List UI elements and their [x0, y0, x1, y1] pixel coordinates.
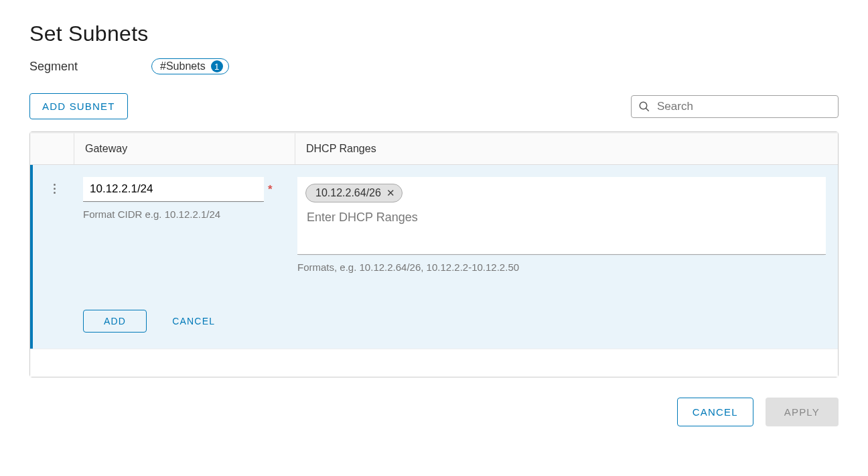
dhcp-ranges-field[interactable]: 10.12.2.64/26 ✕: [297, 177, 826, 255]
dhcp-ranges-input[interactable]: [305, 208, 818, 227]
gateway-input[interactable]: [83, 177, 264, 202]
segment-row: Segment #Subnets 1: [29, 58, 839, 74]
segment-label: Segment: [29, 60, 78, 74]
subnets-table: Gateway DHCP Ranges * Format CIDR e.g. 1…: [29, 131, 839, 377]
required-icon: *: [268, 183, 273, 196]
dialog-footer: CANCEL APPLY: [0, 377, 868, 426]
page-title: Set Subnets: [29, 21, 839, 46]
gateway-hint: Format CIDR e.g. 10.12.2.1/24: [83, 209, 287, 220]
row-add-button[interactable]: ADD: [83, 310, 147, 333]
row-cancel-button[interactable]: CANCEL: [160, 310, 227, 332]
dhcp-hint: Formats, e.g. 10.12.2.64/26, 10.12.2.2-1…: [297, 261, 826, 273]
search-input-wrapper[interactable]: [631, 95, 839, 118]
column-gateway: Gateway: [74, 133, 295, 164]
apply-button[interactable]: APPLY: [766, 398, 839, 426]
subnets-pill-label: #Subnets: [160, 60, 206, 72]
table-row-edit: * Format CIDR e.g. 10.12.2.1/24 10.12.2.…: [30, 165, 838, 349]
row-actions-menu-icon[interactable]: [54, 181, 56, 273]
dhcp-range-tag: 10.12.2.64/26 ✕: [305, 184, 403, 202]
subnets-count-pill[interactable]: #Subnets 1: [151, 58, 229, 74]
svg-line-1: [646, 108, 649, 111]
remove-tag-icon[interactable]: ✕: [386, 187, 395, 199]
table-empty-row: [30, 349, 838, 377]
table-header: Gateway DHCP Ranges: [30, 132, 838, 165]
subnets-pill-count: 1: [211, 60, 223, 72]
search-icon: [638, 101, 650, 113]
add-subnet-button[interactable]: ADD SUBNET: [29, 93, 128, 119]
column-actions: [30, 133, 74, 164]
svg-point-0: [640, 102, 647, 109]
cancel-button[interactable]: CANCEL: [677, 398, 753, 426]
column-dhcp: DHCP Ranges: [295, 133, 838, 164]
search-input[interactable]: [657, 100, 831, 113]
toolbar: ADD SUBNET: [29, 93, 839, 119]
dhcp-range-tag-label: 10.12.2.64/26: [315, 187, 381, 199]
